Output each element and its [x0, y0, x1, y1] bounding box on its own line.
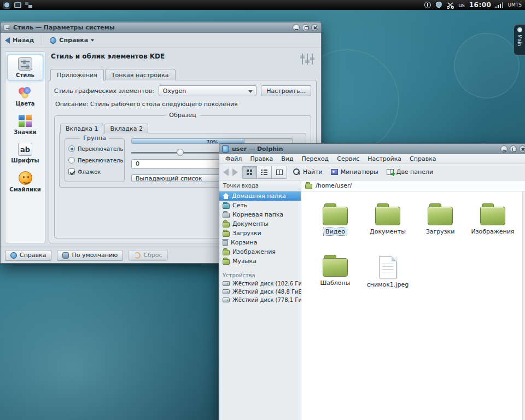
- icons-view-button[interactable]: [242, 166, 257, 178]
- back-button[interactable]: Назад: [5, 37, 34, 44]
- close-button[interactable]: [519, 145, 525, 153]
- preview-spinbox[interactable]: 0: [131, 159, 225, 169]
- place-trash[interactable]: Корзина: [219, 238, 301, 247]
- radio-row-2[interactable]: Переключатель: [68, 157, 121, 164]
- preview-tab-1[interactable]: Вкладка 1: [60, 124, 103, 133]
- kde-menu-icon[interactable]: [3, 2, 10, 9]
- device-disk-2[interactable]: Жёсткий диск (48,8 ГиБ): [219, 288, 301, 296]
- menu-go[interactable]: Переход: [298, 155, 333, 163]
- reset-button[interactable]: Сброс: [129, 250, 167, 261]
- place-pictures[interactable]: Изображения: [219, 247, 301, 256]
- widget-style-combobox[interactable]: Oxygen: [159, 85, 256, 96]
- folder-icon: [323, 207, 348, 225]
- help-button[interactable]: Справка: [5, 250, 51, 261]
- sidebar-item-emoticons[interactable]: Смайлики: [7, 168, 43, 195]
- icons-view-icon: [247, 170, 252, 175]
- network-type-label[interactable]: UMTS: [508, 2, 522, 8]
- preview-tab-2[interactable]: Вкладка 2: [104, 124, 148, 133]
- place-network[interactable]: Сеть: [219, 201, 301, 210]
- clock[interactable]: 16:00: [469, 1, 492, 9]
- place-music[interactable]: Музыка: [219, 256, 301, 266]
- notifications-icon[interactable]: [424, 2, 431, 8]
- maximize-button[interactable]: [302, 24, 309, 31]
- toolbar-separator: [42, 36, 42, 45]
- sidebar-item-colors[interactable]: Цвета: [7, 83, 43, 109]
- file-item-snapshot[interactable]: снимок1.jpeg: [361, 250, 414, 302]
- checkbox-row[interactable]: Флажок: [68, 168, 121, 175]
- keyboard-layout-indicator[interactable]: us: [458, 2, 465, 8]
- activity-tab[interactable]: Main: [514, 24, 525, 56]
- columns-view-button[interactable]: [272, 166, 287, 178]
- radio-row-1[interactable]: Переключатель: [68, 145, 121, 152]
- shield-icon[interactable]: [435, 1, 442, 9]
- device-label: Жёсткий диск (778,1 ГиБ): [232, 297, 308, 303]
- widget-style-label: Стиль графических элементов:: [54, 88, 154, 95]
- configure-button[interactable]: Настроить...: [261, 85, 311, 96]
- place-documents[interactable]: Документы: [219, 219, 301, 229]
- scissors-icon[interactable]: [447, 2, 454, 9]
- tab-applications[interactable]: Приложения: [50, 69, 104, 80]
- help-menu-button[interactable]: Справка: [50, 37, 94, 44]
- trash-icon: [223, 240, 228, 246]
- defaults-button[interactable]: По умолчанию: [57, 250, 123, 261]
- location-bar[interactable]: /home/user/: [301, 180, 525, 191]
- file-item-downloads[interactable]: Загрузки: [414, 199, 466, 250]
- file-view[interactable]: Видео Документы Загрузки Изображения: [301, 191, 525, 420]
- sidebar-item-style[interactable]: Стиль: [7, 55, 43, 80]
- close-button[interactable]: [311, 24, 318, 31]
- previews-icon: [331, 169, 338, 175]
- device-disk-1[interactable]: Жёсткий диск (102,6 ГиБ): [219, 279, 301, 288]
- activity-icon: [517, 27, 522, 32]
- menu-edit[interactable]: Правка: [246, 155, 277, 163]
- file-item-video[interactable]: Видео: [309, 199, 361, 250]
- settings-titlebar[interactable]: Стиль — Параметры системы: [0, 22, 322, 33]
- style-description: Описание: Стиль рабочего стола следующег…: [55, 101, 311, 108]
- dolphin-titlebar[interactable]: user — Dolphin: [219, 143, 525, 154]
- settings-tabs: Приложения Тонкая настройка: [49, 69, 317, 80]
- menu-settings[interactable]: Настройка: [364, 155, 405, 163]
- back-label: Назад: [13, 37, 34, 44]
- tab-fine-tuning[interactable]: Тонкая настройка: [105, 69, 176, 80]
- sidebar-item-icons[interactable]: Значки: [7, 112, 43, 137]
- network-icon: [223, 203, 230, 209]
- find-button[interactable]: Найти: [291, 167, 325, 177]
- network-signal-icon[interactable]: [495, 2, 503, 8]
- place-home[interactable]: Домашняя папка: [219, 191, 301, 201]
- split-button[interactable]: Две панели: [384, 167, 435, 177]
- places-panel-title[interactable]: Точки входа: [219, 180, 301, 191]
- back-icon[interactable]: [223, 168, 229, 176]
- maximize-button[interactable]: [510, 145, 517, 153]
- previews-button[interactable]: Миниатюры: [329, 167, 381, 177]
- root-folder-icon: [223, 213, 230, 218]
- details-view-button[interactable]: [257, 166, 272, 178]
- dolphin-window: user — Dolphin Файл Правка Вид Переход С…: [219, 143, 525, 420]
- window-list-icon[interactable]: [14, 2, 21, 8]
- minimize-button[interactable]: [293, 24, 300, 31]
- pager-icon[interactable]: [25, 2, 32, 8]
- file-item-pictures[interactable]: Изображения: [466, 199, 519, 250]
- file-label: Видео: [324, 228, 347, 235]
- radio-button[interactable]: [68, 145, 75, 152]
- radio-button[interactable]: [68, 157, 75, 164]
- checkbox[interactable]: [68, 168, 75, 175]
- style-icon: [18, 57, 32, 71]
- vertical-scrollbar[interactable]: [522, 191, 525, 420]
- defaults-button-label: По умолчанию: [72, 252, 118, 259]
- menu-help[interactable]: Справка: [406, 155, 440, 163]
- hard-disk-icon: [223, 289, 230, 294]
- minimize-button[interactable]: [500, 145, 508, 153]
- checkbox-label: Флажок: [78, 169, 101, 175]
- slider-handle[interactable]: [177, 149, 184, 156]
- file-item-documents[interactable]: Документы: [361, 199, 414, 250]
- place-root[interactable]: Корневая папка: [219, 210, 301, 219]
- sidebar-item-label: Шрифты: [11, 158, 39, 164]
- menu-file[interactable]: Файл: [221, 155, 246, 163]
- place-downloads[interactable]: Загрузки: [219, 229, 301, 238]
- device-disk-3[interactable]: Жёсткий диск (778,1 ГиБ): [219, 296, 301, 304]
- file-item-templates[interactable]: Шаблоны: [309, 250, 361, 302]
- menu-view[interactable]: Вид: [277, 155, 297, 163]
- forward-icon[interactable]: [232, 168, 238, 176]
- music-folder-icon: [223, 259, 230, 265]
- sidebar-item-fonts[interactable]: ab Шрифты: [7, 140, 43, 166]
- menu-tools[interactable]: Сервис: [333, 155, 363, 163]
